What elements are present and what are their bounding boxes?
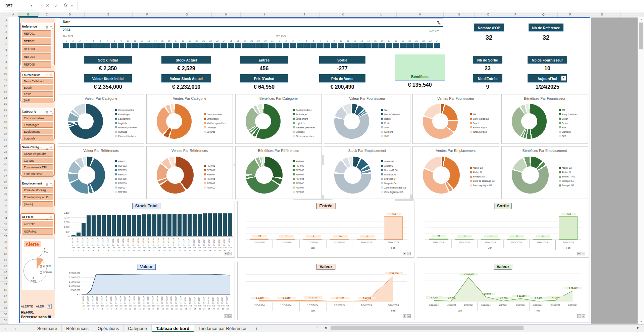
row-header-18[interactable]: 18 <box>0 119 8 125</box>
timeline-selected-day[interactable] <box>242 43 248 48</box>
timeline-selected-day[interactable] <box>358 43 365 48</box>
row-header-17[interactable]: 17 <box>0 113 8 119</box>
timeline-selected-day[interactable] <box>420 43 427 48</box>
timeline-selected-day[interactable] <box>297 43 303 48</box>
slicer-item[interactable]: REF003 <box>22 46 51 52</box>
row-header-22[interactable]: 22 <box>0 143 8 149</box>
expand-icon[interactable]: + <box>224 314 228 318</box>
column-header-G[interactable]: G <box>162 12 212 17</box>
vertical-scroll-thumb[interactable] <box>639 23 643 49</box>
column-header-M[interactable]: M <box>397 12 444 17</box>
timeline-selected-day[interactable] <box>434 43 440 48</box>
row-header-34[interactable]: 34 <box>0 215 8 221</box>
tab-menu-icon[interactable]: ⋮ <box>315 325 319 330</box>
new-sheet-button[interactable]: + <box>251 325 262 332</box>
slicer-item[interactable]: ERP industriel <box>22 171 53 177</box>
row-header-4[interactable]: 4 <box>0 35 8 41</box>
timeline-selected-day[interactable] <box>269 43 276 48</box>
timeline-selected-day[interactable] <box>248 43 255 48</box>
clear-filter-icon[interactable] <box>49 25 53 28</box>
row-header-49[interactable]: 49 <box>0 305 8 312</box>
column-header-N[interactable]: N <box>444 12 475 17</box>
row-header-39[interactable]: 39 <box>0 245 8 251</box>
clear-filter-icon[interactable] <box>49 145 53 149</box>
column-header-P[interactable]: P <box>502 12 529 17</box>
slicer-item[interactable]: (blank) <box>22 201 53 207</box>
slicer-item[interactable]: SAP <box>22 98 53 103</box>
timeline-selected-day[interactable] <box>139 43 145 48</box>
timeline-selected-day[interactable] <box>145 43 152 48</box>
slicer-scrollbar[interactable] <box>52 30 54 64</box>
slicer-item[interactable]: Équipements EPI <box>22 164 53 170</box>
multi-select-icon[interactable] <box>44 110 49 113</box>
slicer-item[interactable]: Zone logistique H8 <box>22 194 53 200</box>
timeline-selected-day[interactable] <box>317 43 324 48</box>
scroll-up-icon[interactable]: ▲ <box>638 18 644 20</box>
formula-input[interactable] <box>77 2 641 10</box>
slicer-item[interactable]: Cacao en poudre <box>22 151 53 157</box>
timeline-selected-day[interactable] <box>207 43 213 48</box>
timeline-selected-day[interactable] <box>303 43 310 48</box>
row-header-32[interactable]: 32 <box>0 203 8 209</box>
column-header-B[interactable]: B <box>18 12 39 17</box>
filter-cell-row[interactable]: ALERTE ALER <box>21 304 53 309</box>
pivot-field-buttons[interactable]: +− <box>403 314 411 318</box>
row-header-14[interactable]: 14 <box>0 95 8 101</box>
pivot-field-buttons[interactable]: +− <box>403 252 411 255</box>
slicer-item[interactable]: Logiciels <box>22 135 53 141</box>
tabs-scroll-left-icon[interactable]: ‹ <box>0 325 10 332</box>
row-header-3[interactable]: 3 <box>0 29 8 35</box>
timeline-selected-day[interactable] <box>77 43 83 48</box>
timeline-selected-day[interactable] <box>255 43 262 48</box>
slicer-item[interactable]: REF004 <box>22 53 51 60</box>
vertical-scrollbar[interactable]: ▲ ▼ <box>638 17 644 324</box>
timeline-selected-day[interactable] <box>221 43 227 48</box>
slicer-item[interactable]: ALERTE <box>22 221 53 227</box>
timeline-granularity-dropdown[interactable]: DAYS ▾ <box>430 29 439 32</box>
timeline-selected-day[interactable] <box>193 43 200 48</box>
timeline-selected-day[interactable] <box>310 43 317 48</box>
expand-icon[interactable]: + <box>403 252 406 255</box>
timeline-selected-day[interactable] <box>132 43 138 48</box>
timeline-selected-day[interactable] <box>365 43 371 48</box>
timeline-selected-day[interactable] <box>187 43 193 48</box>
timeline-selected-day[interactable] <box>228 43 234 48</box>
row-header-31[interactable]: 31 <box>0 197 8 203</box>
select-all-corner[interactable] <box>0 12 8 17</box>
cancel-icon[interactable]: ✕ <box>46 3 50 8</box>
row-header-35[interactable]: 35 <box>0 221 8 227</box>
hscroll-left-icon[interactable]: ◀ <box>324 326 327 329</box>
column-header-I[interactable]: I <box>241 12 289 17</box>
column-header-L[interactable]: L <box>366 12 397 17</box>
clear-filter-icon[interactable] <box>49 181 53 185</box>
row-header-47[interactable]: 47 <box>0 293 8 299</box>
multi-select-icon[interactable] <box>44 215 49 219</box>
tab-tendance-par-r-f-rence[interactable]: Tendance par Référence <box>194 325 251 332</box>
timeline-selected-day[interactable] <box>104 43 110 48</box>
column-header-D[interactable]: D <box>55 12 85 17</box>
row-header-9[interactable]: 9 <box>0 65 8 71</box>
row-header-19[interactable]: 19 <box>0 125 8 131</box>
timeline-selected-day[interactable] <box>331 43 337 48</box>
row-header-16[interactable]: 16 <box>0 107 8 113</box>
row-header-36[interactable]: 36 <box>0 227 8 234</box>
collapse-icon[interactable]: − <box>228 314 232 318</box>
timeline-selected-day[interactable] <box>351 43 358 48</box>
slicer-item[interactable]: REF002 <box>22 38 51 45</box>
slicer-item[interactable]: Emballages <box>22 122 53 128</box>
timeline-selected-day[interactable] <box>63 43 69 48</box>
slicer-item[interactable]: Consommables <box>22 115 53 121</box>
collapse-icon[interactable]: − <box>407 252 411 255</box>
multi-select-icon[interactable] <box>44 73 49 77</box>
horizontal-scroll-thumb[interactable] <box>331 326 524 330</box>
hscroll-right-icon[interactable]: ▶ <box>637 326 639 329</box>
column-header-R[interactable]: R <box>558 12 583 17</box>
slicer-item[interactable]: Zone de stockag... <box>22 187 53 193</box>
row-header-2[interactable]: 2 <box>0 23 8 29</box>
column-header-S[interactable]: S <box>583 12 621 17</box>
collapse-icon[interactable]: − <box>407 314 411 318</box>
pivot-field-buttons[interactable]: +− <box>224 314 232 318</box>
row-header-13[interactable]: 13 <box>0 89 8 95</box>
row-header-10[interactable]: 10 <box>0 71 8 77</box>
expand-icon[interactable]: + <box>577 314 581 318</box>
